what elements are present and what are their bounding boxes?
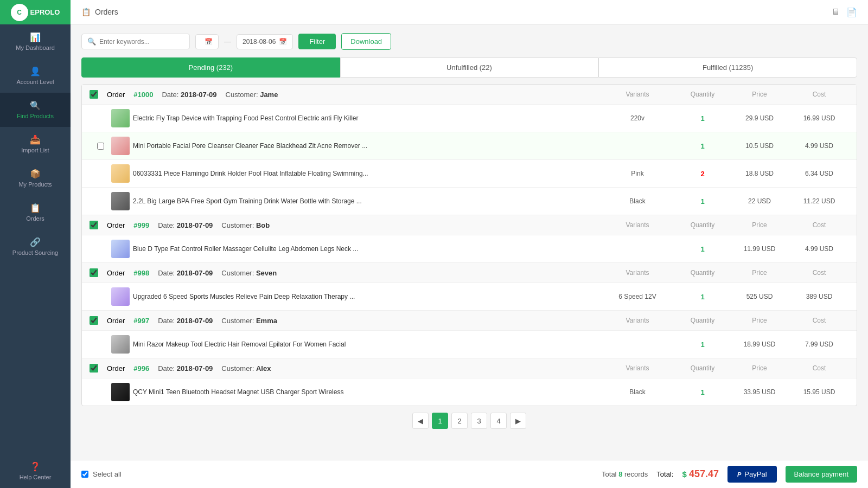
tab-pending[interactable]: Pending (232) xyxy=(81,57,340,78)
account-icon: 👤 xyxy=(30,66,41,76)
tab-unfulfilled[interactable]: Unfulfilled (22) xyxy=(340,57,599,78)
product-name: 06033331 Piece Flamingo Drink Holder Poo… xyxy=(133,169,599,178)
download-button[interactable]: Download xyxy=(341,33,391,50)
order-customer-997: Customer: Emma xyxy=(221,317,277,325)
product-name: Mini Razor Makeup Tool Electric Hair Rem… xyxy=(133,340,599,349)
sidebar-item-product-sourcing[interactable]: 🔗 Product Sourcing xyxy=(0,229,71,264)
product-price: 525 USD xyxy=(730,293,789,300)
order-header-1000: Order #1000 Date: 2018-07-09 Customer: J… xyxy=(82,85,857,104)
cost-header: Cost xyxy=(789,317,849,324)
product-row: 06033331 Piece Flamingo Drink Holder Poo… xyxy=(82,159,857,187)
order-checkbox-997[interactable] xyxy=(90,316,98,325)
product-image xyxy=(111,192,130,210)
product-price: 33.95 USD xyxy=(730,388,789,396)
order-label: Order xyxy=(107,221,125,229)
order-checkbox-999[interactable] xyxy=(90,221,98,229)
paypal-icon: P xyxy=(737,471,741,478)
order-customer-998: Customer: Seven xyxy=(221,269,277,277)
records-label: records xyxy=(624,470,648,478)
filter-button[interactable]: Filter xyxy=(298,34,336,49)
product-name: Upgraded 6 Speed Sports Muscles Relieve … xyxy=(133,292,599,301)
sidebar-item-find-products[interactable]: 🔍 Find Products xyxy=(0,93,71,127)
product-variant: 6 Speed 12V xyxy=(599,293,675,300)
product-image xyxy=(111,109,130,127)
product-quantity: 1 xyxy=(675,341,730,349)
quantity-header: Quantity xyxy=(675,317,730,324)
product-cost: 16.99 USD xyxy=(789,114,849,122)
select-all-checkbox[interactable] xyxy=(81,471,88,478)
order-checkbox-1000[interactable] xyxy=(90,90,98,99)
pagination-page-4[interactable]: 4 xyxy=(490,413,507,429)
date-end-box[interactable]: 2018-08-06 📅 xyxy=(237,34,293,49)
sidebar: C EPROLO 📊 My Dashboard 👤 Account Level … xyxy=(0,0,71,488)
order-header-998: Order #998 Date: 2018-07-09 Customer: Se… xyxy=(82,263,857,282)
product-checkbox-cell[interactable] xyxy=(90,143,111,150)
sourcing-icon: 🔗 xyxy=(30,237,41,247)
product-price: 18.8 USD xyxy=(730,170,789,177)
product-quantity: 1 xyxy=(675,245,730,253)
quantity-header: Quantity xyxy=(675,221,730,229)
order-checkbox-998[interactable] xyxy=(90,268,98,277)
product-checkbox[interactable] xyxy=(97,143,104,150)
total-area: Total 8 records Total: $ 457.47 P PayPal… xyxy=(602,466,857,483)
order-label: Order xyxy=(107,91,125,99)
product-cost: 7.99 USD xyxy=(789,341,849,348)
sidebar-item-label: Orders xyxy=(26,215,44,222)
product-image xyxy=(111,164,130,183)
calendar-icon: 📅 xyxy=(205,38,213,46)
search-input[interactable] xyxy=(99,38,184,46)
search-icon: 🔍 xyxy=(87,37,96,46)
product-name: 2.2L Big Large BPA Free Sport Gym Traini… xyxy=(133,197,599,206)
content-area: 🔍 📅 — 2018-08-06 📅 Filter Download Pendi… xyxy=(71,24,868,460)
date-start-box[interactable]: 📅 xyxy=(195,34,219,49)
sidebar-item-account-level[interactable]: 👤 Account Level xyxy=(0,59,71,93)
product-row: Blue D Type Fat Control Roller Massager … xyxy=(82,235,857,262)
order-group-999: Order #999 Date: 2018-07-09 Customer: Bo… xyxy=(82,215,857,263)
pagination-page-3[interactable]: 3 xyxy=(471,413,487,429)
order-number-996: #996 xyxy=(133,364,149,373)
document-icon[interactable]: 📄 xyxy=(846,7,857,17)
sidebar-item-orders[interactable]: 📋 Orders xyxy=(0,195,71,229)
order-group-996: Order #996 Date: 2018-07-09 Customer: Al… xyxy=(82,358,857,406)
product-row: QCY Mini1 Teen Bluetooth Headset Magnet … xyxy=(82,378,857,406)
product-name: QCY Mini1 Teen Bluetooth Headset Magnet … xyxy=(133,388,599,397)
pagination: ◀ 1 2 3 4 ▶ xyxy=(81,406,857,431)
order-tabs: Pending (232) Unfulfilled (22) Fulfilled… xyxy=(81,57,857,78)
cost-header: Cost xyxy=(789,364,849,372)
order-group-997: Order #997 Date: 2018-07-09 Customer: Em… xyxy=(82,311,857,358)
total-label: Total 8 records xyxy=(602,470,648,478)
order-customer-1000: Customer: Jame xyxy=(226,91,278,99)
pagination-prev[interactable]: ◀ xyxy=(412,413,429,429)
sidebar-item-help-center[interactable]: ❓ Help Center xyxy=(0,454,71,488)
order-header-997: Order #997 Date: 2018-07-09 Customer: Em… xyxy=(82,311,857,330)
paypal-label: PayPal xyxy=(744,470,767,478)
product-price: 10.5 USD xyxy=(730,142,789,150)
cost-header: Cost xyxy=(789,221,849,229)
product-quantity: 1 xyxy=(675,388,730,396)
order-label: Order xyxy=(107,317,125,325)
product-cost: 4.99 USD xyxy=(789,142,849,150)
balance-payment-button[interactable]: Balance payment xyxy=(786,466,857,483)
pagination-next[interactable]: ▶ xyxy=(510,413,526,429)
product-variant: 220v xyxy=(599,114,675,122)
product-row: 2.2L Big Large BPA Free Sport Gym Traini… xyxy=(82,187,857,215)
cost-header: Cost xyxy=(789,269,849,277)
order-number-997: #997 xyxy=(133,317,149,325)
column-headers-999: Variants Quantity Price Cost xyxy=(599,221,849,229)
sidebar-item-import-list[interactable]: 📥 Import List xyxy=(0,127,71,161)
pagination-page-1[interactable]: 1 xyxy=(432,413,448,429)
search-box[interactable]: 🔍 xyxy=(81,34,190,49)
product-image xyxy=(111,240,130,258)
sidebar-item-my-products[interactable]: 📦 My Products xyxy=(0,161,71,195)
column-headers-1000: Variants Quantity Price Cost xyxy=(599,91,849,98)
product-quantity: 1 xyxy=(675,142,730,150)
date-end-value: 2018-08-06 xyxy=(242,38,276,46)
price-header: Price xyxy=(730,364,789,372)
pagination-page-2[interactable]: 2 xyxy=(451,413,468,429)
tab-fulfilled[interactable]: Fulfilled (11235) xyxy=(598,57,857,78)
order-date-998: Date: 2018-07-09 xyxy=(158,269,213,277)
order-checkbox-996[interactable] xyxy=(90,364,98,373)
paypal-button[interactable]: P PayPal xyxy=(727,466,777,483)
monitor-icon[interactable]: 🖥 xyxy=(831,7,840,17)
sidebar-item-dashboard[interactable]: 📊 My Dashboard xyxy=(0,24,71,59)
